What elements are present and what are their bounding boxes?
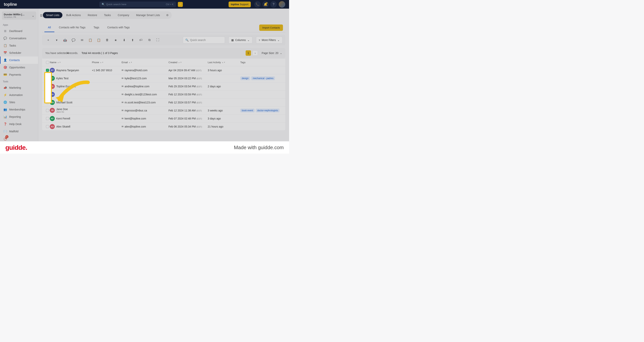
email-button[interactable]: ✉ bbox=[78, 36, 86, 44]
tag-chip[interactable]: design bbox=[240, 76, 250, 80]
row-checkbox[interactable] bbox=[45, 101, 50, 104]
contact-email: andrea@topline.com bbox=[125, 85, 149, 88]
table-row[interactable]: ✓TETopline Example✉andrea@topline.comFeb… bbox=[42, 82, 285, 90]
tab-tasks[interactable]: Tasks bbox=[101, 12, 114, 18]
tag-chip[interactable]: book event bbox=[240, 108, 254, 112]
row-checkbox[interactable]: ✓ bbox=[45, 93, 50, 96]
contact-subname: Jane Do bbox=[56, 111, 68, 113]
tab-bulk-actions[interactable]: Bulk Actions bbox=[63, 12, 84, 18]
bolt-button[interactable]: ⚡ bbox=[178, 2, 183, 7]
sms-button[interactable]: 💬 bbox=[70, 36, 77, 44]
envelope-icon: ✉ bbox=[81, 38, 83, 42]
sidebar-item-marketing[interactable]: 📣Marketing bbox=[0, 84, 38, 91]
delete-button[interactable]: 🗑 bbox=[104, 36, 111, 44]
sidebar-item-contacts[interactable]: 👤Contacts bbox=[0, 56, 38, 64]
sidebar-item-tasks[interactable]: 📋Tasks bbox=[0, 42, 38, 49]
sub-tabs: AllContacts with No TagsTagsContacts wit… bbox=[42, 22, 285, 32]
download-button[interactable]: ⬇ bbox=[120, 36, 128, 44]
removefrom-button[interactable]: 📋 bbox=[95, 36, 102, 44]
workspace-switcher[interactable]: Dunder Mifflin [D... Scranton, PA ⌄ ▥ bbox=[2, 12, 36, 20]
sidebar-item-mailfold[interactable]: ✉️Mailfold bbox=[0, 128, 38, 135]
avatar[interactable] bbox=[279, 1, 285, 8]
download-icon: ⬇ bbox=[123, 38, 126, 42]
table-row[interactable]: ASAlex Skatell✉alex@topline.comFeb 06 20… bbox=[42, 122, 285, 130]
sidebar-icon: 💬 bbox=[4, 36, 7, 40]
quick-search-input[interactable]: 🔍 Quick search bbox=[183, 36, 225, 44]
more-filters-button[interactable]: ▿ More Filters ⌄ bbox=[256, 36, 282, 44]
sidebar-item-sites[interactable]: 🌐Sites bbox=[0, 98, 38, 106]
table-row[interactable]: ✓DS✉dwight.s.test@123test.comFeb 12 2024… bbox=[42, 90, 285, 98]
star-button[interactable]: ★ bbox=[112, 36, 119, 44]
global-search[interactable]: 🔍 Quick search here Ctrl + K bbox=[99, 2, 176, 7]
sidebar-item-reporting[interactable]: 📊Reporting bbox=[0, 113, 38, 120]
row-checkbox[interactable] bbox=[45, 117, 50, 120]
sidebar-item-payments[interactable]: 💳Payments bbox=[0, 71, 38, 78]
merge-button[interactable]: ⧉ bbox=[146, 36, 153, 44]
tag-chip[interactable]: mechanical - padres bbox=[251, 76, 275, 80]
quick-search-placeholder: Quick search bbox=[190, 38, 206, 42]
filter-button[interactable]: ▾ bbox=[53, 36, 60, 44]
table-row[interactable]: ✓KTKyles Test✉kyle@test123.comMar 05 202… bbox=[42, 74, 285, 82]
import-contacts-button[interactable]: Import Contacts bbox=[259, 24, 283, 31]
sidebar-item-label: Dashboard bbox=[9, 30, 22, 32]
sidebar-item-automation[interactable]: ⚡Automation bbox=[0, 91, 38, 98]
sidebar-item-help-desk[interactable]: ❓Help Desk bbox=[0, 120, 38, 128]
sidebar-item-conversations[interactable]: 💬Conversations bbox=[0, 35, 38, 42]
plus-icon: ＋ bbox=[47, 38, 50, 42]
table-row[interactable]: KFKent Ferrell✉kent@topline.comFeb 07 20… bbox=[42, 114, 285, 122]
row-checkbox[interactable]: ✓ bbox=[45, 69, 50, 72]
row-checkbox[interactable]: ✓ bbox=[45, 85, 50, 88]
row-checkbox[interactable] bbox=[45, 125, 50, 128]
columns-button[interactable]: ▦ Columns ⌄ bbox=[228, 36, 252, 44]
trash-icon: 🗑 bbox=[106, 38, 109, 42]
star-icon: ★ bbox=[114, 38, 117, 42]
help-icon[interactable]: ? bbox=[270, 1, 277, 8]
sidebar-item-memberships[interactable]: 👥Memberships bbox=[0, 106, 38, 113]
search-shortcut: Ctrl + K bbox=[166, 3, 174, 6]
select-all-checkbox[interactable] bbox=[45, 61, 50, 64]
subtab-contacts-with-tags[interactable]: Contacts with Tags bbox=[104, 23, 133, 32]
support-button[interactable]: toplinetopline SupportSupport bbox=[228, 2, 251, 7]
table-row[interactable]: ✓RTRaynera Targaryen+1 345 267 8910✉rayn… bbox=[42, 66, 285, 74]
table-row[interactable]: JDJane DoeJane Do✉mgrosso@nbuc.caFeb 12 … bbox=[42, 106, 285, 114]
subtab-tags[interactable]: Tags bbox=[90, 23, 103, 32]
page-current[interactable]: 1 bbox=[246, 50, 251, 56]
subtab-all[interactable]: All bbox=[44, 23, 54, 32]
th-created[interactable]: Created▲▼ bbox=[168, 61, 208, 64]
th-email[interactable]: Email▲▼ bbox=[122, 61, 168, 64]
sidebar-item-opportunities[interactable]: 🎯Opportunities bbox=[0, 64, 38, 71]
robot-button[interactable]: 🤖 bbox=[62, 36, 68, 44]
bell-icon[interactable]: 🔔 bbox=[262, 1, 269, 8]
sidebar-item-dashboard[interactable]: ⊞Dashboard bbox=[0, 28, 38, 35]
contact-lastactivity: 3 hours ago bbox=[208, 69, 240, 72]
table-row[interactable]: MSMichael Scott✉m.scott.test@test123.com… bbox=[42, 98, 285, 106]
expand-button[interactable]: ⛶ bbox=[154, 36, 161, 44]
add-button[interactable]: ＋ bbox=[45, 36, 52, 44]
search-icon: 🔍 bbox=[185, 38, 188, 42]
contact-created: Feb 07 2024 02:48 PM bbox=[168, 117, 196, 120]
phone-icon[interactable]: 📞 bbox=[254, 1, 261, 8]
tab-settings-gear[interactable]: ⚙ bbox=[164, 12, 171, 18]
page-next[interactable]: › bbox=[252, 50, 258, 56]
tab-manage-smart-lists[interactable]: Manage Smart Lists bbox=[133, 12, 163, 18]
workspace-name: Dunder Mifflin [D... bbox=[4, 13, 25, 16]
avatar-initials: RT bbox=[50, 68, 55, 73]
th-phone[interactable]: Phone▲▼ bbox=[92, 61, 122, 64]
tag-chip[interactable]: doctor-nephrologists bbox=[256, 108, 280, 112]
tab-smart-lists[interactable]: Smart Lists bbox=[43, 12, 62, 18]
addto-button[interactable]: 📋 bbox=[87, 36, 94, 44]
th-name[interactable]: Name▲▼ bbox=[50, 61, 92, 64]
tab-restore[interactable]: Restore bbox=[84, 12, 100, 18]
row-checkbox[interactable] bbox=[45, 109, 50, 112]
primary-tabs: Smart ListsBulk ActionsRestoreTasksCompa… bbox=[42, 11, 172, 19]
subtab-contacts-with-no-tags[interactable]: Contacts with No Tags bbox=[56, 23, 89, 32]
th-lastactivity[interactable]: Last Activity▲▼ bbox=[208, 61, 240, 64]
upload-button[interactable]: ⬆ bbox=[129, 36, 136, 44]
row-checkbox[interactable]: ✓ bbox=[45, 77, 50, 80]
tab-company[interactable]: Company bbox=[115, 12, 132, 18]
filter-icon: ▿ bbox=[259, 38, 260, 42]
contact-created: Feb 12 2024 03:57 PM bbox=[168, 101, 196, 104]
tag-button[interactable]: 🏷 bbox=[138, 36, 144, 44]
sidebar-item-scheduler[interactable]: 📅Scheduler bbox=[0, 49, 38, 56]
page-size-selector[interactable]: Page Size: 20⌄ bbox=[262, 52, 282, 54]
